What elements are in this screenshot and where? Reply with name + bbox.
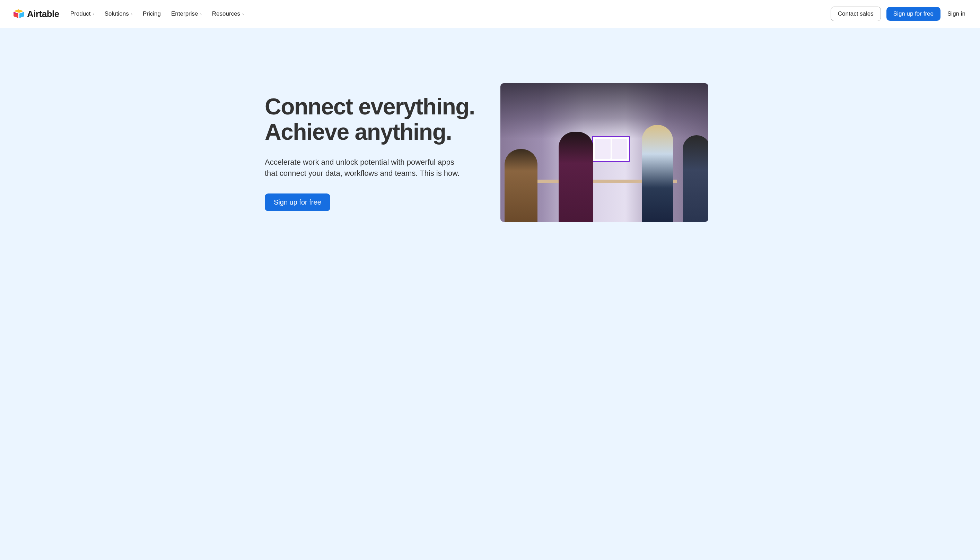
chevron-right-icon: › bbox=[242, 12, 244, 17]
nav-item-product[interactable]: Product › bbox=[70, 10, 94, 17]
signup-button[interactable]: Sign up for free bbox=[887, 7, 940, 21]
nav-item-solutions[interactable]: Solutions › bbox=[105, 10, 132, 17]
hero-left: Connect everything. Achieve anything. Ac… bbox=[265, 94, 480, 211]
chevron-right-icon: › bbox=[131, 12, 132, 17]
nav-item-enterprise[interactable]: Enterprise › bbox=[171, 10, 202, 17]
hero-image bbox=[500, 83, 708, 222]
person-illustration bbox=[505, 149, 538, 222]
nav-label: Solutions bbox=[105, 10, 129, 17]
logo-text: Airtable bbox=[27, 9, 59, 19]
nav-right: Contact sales Sign up for free Sign in bbox=[831, 7, 967, 21]
logo[interactable]: Airtable bbox=[13, 9, 59, 19]
nav-label: Enterprise bbox=[171, 10, 198, 17]
nav-item-pricing[interactable]: Pricing bbox=[143, 10, 161, 17]
chevron-right-icon: › bbox=[93, 12, 94, 17]
contact-sales-button[interactable]: Contact sales bbox=[831, 7, 881, 21]
signin-link[interactable]: Sign in bbox=[946, 10, 967, 17]
hero-right bbox=[500, 83, 708, 222]
hero-title: Connect everything. Achieve anything. bbox=[265, 94, 480, 144]
nav-links: Product › Solutions › Pricing Enterprise… bbox=[70, 10, 244, 17]
person-illustration bbox=[642, 125, 673, 222]
navbar: Airtable Product › Solutions › Pricing E… bbox=[0, 0, 980, 28]
logo-icon bbox=[13, 9, 25, 19]
nav-label: Resources bbox=[212, 10, 240, 17]
hero-cta-button[interactable]: Sign up for free bbox=[265, 193, 330, 211]
chevron-right-icon: › bbox=[200, 12, 201, 17]
person-illustration bbox=[559, 132, 593, 222]
nav-item-resources[interactable]: Resources › bbox=[212, 10, 244, 17]
hero-subtitle: Accelerate work and unlock potential wit… bbox=[265, 157, 466, 179]
monitor-illustration bbox=[592, 136, 630, 162]
hero-section: Connect everything. Achieve anything. Ac… bbox=[0, 28, 980, 560]
person-illustration bbox=[683, 135, 708, 222]
nav-label: Product bbox=[70, 10, 91, 17]
nav-label: Pricing bbox=[143, 10, 161, 17]
hero-container: Connect everything. Achieve anything. Ac… bbox=[251, 83, 729, 222]
